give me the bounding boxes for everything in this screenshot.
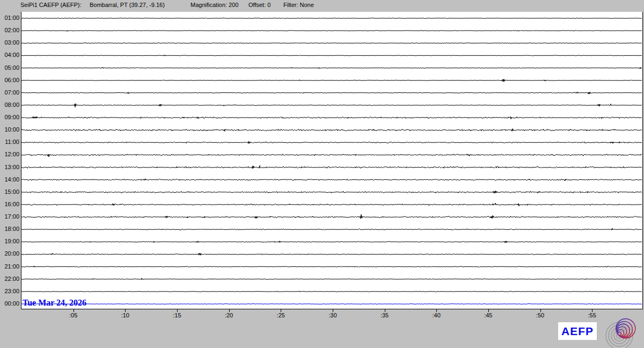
hour-label: 19:00 <box>0 238 19 244</box>
hour-label: 03:00 <box>0 39 19 46</box>
hour-label: 14:00 <box>0 176 19 183</box>
trace-row-0100 <box>21 18 642 19</box>
minute-tick-label: :05 <box>65 312 82 318</box>
trace-row-1000 <box>21 129 642 132</box>
minute-tick-label: :50 <box>532 312 549 318</box>
seismogram-traces <box>21 12 642 309</box>
trace-row-1200 <box>21 154 642 157</box>
hour-label: 00:00 <box>0 300 19 307</box>
minute-tick-label: :40 <box>428 312 445 318</box>
trace-row-1300 <box>21 165 642 169</box>
trace-row-2000 <box>21 253 642 255</box>
trace-row-1100 <box>21 141 642 143</box>
offset-value: Offset: 0 <box>248 2 270 8</box>
header-bar: SeiPi1 CAEFP (AEFP): Bombarral, PT (39.2… <box>0 2 644 10</box>
minute-tick-label: :10 <box>116 312 134 318</box>
hour-label: 05:00 <box>0 64 19 71</box>
station-label: SeiPi1 CAEFP (AEFP): <box>20 2 82 8</box>
hour-label: 20:00 <box>0 250 19 257</box>
trace-row-0800 <box>21 104 642 107</box>
minute-tick-label: :35 <box>376 312 393 318</box>
trace-row-0700 <box>21 92 642 94</box>
trace-row-1400 <box>21 179 642 181</box>
hour-label: 15:00 <box>0 189 19 195</box>
trace-row-0400 <box>21 55 642 56</box>
hour-label: 08:00 <box>0 102 19 108</box>
hour-label: 17:00 <box>0 213 19 220</box>
station-location: Bombarral, PT (39.27, -9.16) <box>90 2 165 8</box>
minute-tick-label: :15 <box>169 312 186 318</box>
hour-label: 22:00 <box>0 276 19 282</box>
hour-label: 01:00 <box>0 15 19 21</box>
minute-tick-label: :55 <box>583 312 601 318</box>
trace-row-1800 <box>21 228 642 230</box>
trace-row-1600 <box>21 203 642 206</box>
trace-row-0500 <box>21 67 642 68</box>
trace-row-0200 <box>21 30 642 31</box>
hour-label: 18:00 <box>0 226 19 232</box>
hour-label: 23:00 <box>0 288 19 294</box>
helicorder-plot-area[interactable] <box>21 12 643 309</box>
hour-label: 16:00 <box>0 201 19 207</box>
hour-label: 12:00 <box>0 151 19 157</box>
trace-row-0300 <box>21 42 642 44</box>
trace-row-2100 <box>21 266 642 267</box>
trace-row-1900 <box>21 241 642 243</box>
trace-row-2200 <box>21 278 642 280</box>
minute-tick-label: :30 <box>324 312 341 318</box>
minute-tick-label: :45 <box>480 312 497 318</box>
filter-value: Filter: None <box>283 2 314 8</box>
hour-label: 10:00 <box>0 126 19 133</box>
hour-label: 02:00 <box>0 27 19 33</box>
trace-row-1500 <box>21 191 642 193</box>
trace-row-0600 <box>21 79 642 82</box>
hour-label: 11:00 <box>0 139 19 145</box>
hour-label: 04:00 <box>0 52 19 58</box>
hour-label: 06:00 <box>0 77 19 83</box>
trace-row-2300 <box>21 291 642 292</box>
trace-row-1700 <box>21 214 642 219</box>
hour-label: 13:00 <box>0 164 19 170</box>
hour-label: 07:00 <box>0 89 19 96</box>
trace-row-0000 <box>21 304 642 305</box>
hour-label: 21:00 <box>0 263 19 270</box>
minute-tick-label: :20 <box>221 312 238 318</box>
trace-row-0900 <box>21 117 642 119</box>
hour-label: 09:00 <box>0 114 19 120</box>
magnification-value: Magnification: 200 <box>191 2 238 8</box>
seismic-waves-icon <box>603 316 643 347</box>
minute-tick-label: :25 <box>272 312 289 318</box>
aefp-logo: AEFP <box>558 322 597 340</box>
current-date-label: Tue Mar 24, 2026 <box>23 298 86 308</box>
